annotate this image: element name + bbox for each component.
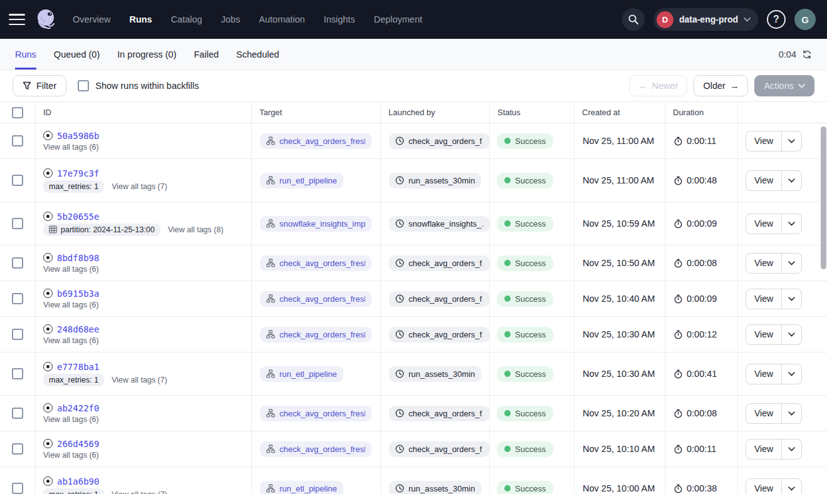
target-pill[interactable]: run_etl_pipeline (260, 173, 343, 188)
view-run-dropdown-button[interactable] (782, 478, 802, 495)
tag-pill[interactable]: partition: 2024-11-25-13:00 (43, 224, 160, 236)
row-checkbox[interactable] (12, 218, 23, 229)
nav-item-catalog[interactable]: Catalog (171, 14, 202, 24)
view-run-button[interactable]: View (746, 289, 782, 309)
launched-by-pill[interactable]: snowflake_insights_… (389, 216, 489, 232)
row-checkbox[interactable] (12, 443, 23, 455)
target-pill[interactable]: snowflake_insights_import (260, 216, 372, 232)
scrollbar-thumb[interactable] (821, 126, 826, 269)
view-run-dropdown-button[interactable] (782, 170, 802, 191)
row-checkbox[interactable] (12, 368, 23, 379)
view-run-dropdown-button[interactable] (782, 253, 802, 274)
older-button[interactable]: Older→ (694, 75, 748, 96)
tab-queued-0[interactable]: Queued (0) (54, 39, 100, 69)
row-checkbox[interactable] (12, 257, 23, 269)
target-pill[interactable]: check_avg_orders_freshne (260, 406, 372, 421)
tab-failed[interactable]: Failed (194, 39, 219, 69)
view-run-button[interactable]: View (746, 324, 782, 345)
row-checkbox[interactable] (12, 329, 23, 340)
nav-item-overview[interactable]: Overview (73, 14, 110, 24)
tab-runs[interactable]: Runs (15, 39, 36, 69)
run-id-link[interactable]: 50a5986b (57, 131, 99, 141)
run-id-link[interactable]: b6915b3a (57, 289, 99, 299)
view-run-button[interactable]: View (746, 131, 782, 152)
launched-by-pill[interactable]: check_avg_orders_f… (389, 327, 489, 342)
view-run-button[interactable]: View (746, 478, 782, 495)
actions-button[interactable]: Actions (754, 75, 814, 96)
launched-by-pill[interactable]: check_avg_orders_f… (389, 291, 489, 307)
run-id-link[interactable]: 17e79c3f (57, 168, 99, 178)
run-id-link[interactable]: e7778ba1 (57, 362, 99, 372)
help-button[interactable]: ? (767, 10, 786, 29)
nav-item-deployment[interactable]: Deployment (374, 14, 422, 24)
view-run-button[interactable]: View (746, 439, 782, 460)
launched-by-pill[interactable]: run_assets_30min (389, 173, 481, 188)
tag-pill[interactable]: max_retries: 1 (43, 374, 104, 386)
target-pill[interactable]: check_avg_orders_freshne (260, 441, 372, 457)
view-run-dropdown-button[interactable] (782, 403, 802, 424)
view-run-dropdown-button[interactable] (782, 289, 802, 309)
run-id-link[interactable]: ab2422f0 (57, 403, 99, 413)
view-all-tags-link[interactable]: View all tags (6) (43, 451, 99, 460)
view-run-button[interactable]: View (746, 403, 782, 424)
view-all-tags-link[interactable]: View all tags (6) (43, 265, 99, 274)
row-checkbox[interactable] (12, 135, 23, 147)
view-run-dropdown-button[interactable] (782, 439, 802, 460)
launched-by-pill[interactable]: run_assets_30min (389, 481, 481, 495)
dagster-logo-icon[interactable] (34, 7, 59, 32)
view-run-button[interactable]: View (746, 364, 782, 384)
view-run-button[interactable]: View (746, 253, 782, 274)
nav-item-runs[interactable]: Runs (129, 14, 152, 24)
run-id-link[interactable]: 8bdf8b98 (57, 253, 99, 263)
target-pill[interactable]: run_etl_pipeline (260, 481, 343, 495)
launched-by-pill[interactable]: run_assets_30min (389, 366, 481, 382)
filter-button[interactable]: Filter (13, 75, 66, 96)
view-all-tags-link[interactable]: View all tags (6) (43, 301, 99, 309)
nav-item-jobs[interactable]: Jobs (221, 14, 241, 24)
refresh-icon[interactable] (802, 49, 812, 59)
search-button[interactable] (622, 8, 645, 31)
view-run-dropdown-button[interactable] (782, 131, 802, 152)
view-all-tags-link[interactable]: View all tags (7) (112, 182, 167, 191)
tag-pill[interactable]: max_retries: 1 (43, 488, 104, 495)
launched-by-pill[interactable]: check_avg_orders_f… (389, 255, 489, 271)
target-pill[interactable]: check_avg_orders_freshne (260, 327, 372, 342)
row-checkbox[interactable] (12, 175, 23, 186)
view-run-dropdown-button[interactable] (782, 324, 802, 345)
select-all-checkbox[interactable] (12, 107, 23, 118)
nav-item-insights[interactable]: Insights (324, 14, 355, 24)
run-id-link[interactable]: 266d4569 (57, 439, 99, 449)
row-checkbox[interactable] (12, 293, 23, 304)
launched-by-pill[interactable]: check_avg_orders_f… (389, 441, 489, 457)
row-checkbox[interactable] (12, 408, 23, 419)
deployment-switcher[interactable]: D data-eng-prod (653, 8, 758, 31)
run-id-link[interactable]: 248d68ee (57, 324, 99, 334)
view-all-tags-link[interactable]: View all tags (8) (168, 225, 224, 234)
user-avatar[interactable]: G (794, 9, 816, 30)
target-pill[interactable]: check_avg_orders_freshne (260, 291, 372, 307)
launched-by-pill[interactable]: check_avg_orders_f… (389, 406, 489, 421)
run-id-link[interactable]: 5b20655e (57, 212, 99, 222)
view-run-dropdown-button[interactable] (782, 213, 802, 234)
row-checkbox[interactable] (12, 483, 23, 494)
view-all-tags-link[interactable]: View all tags (7) (112, 376, 167, 384)
run-id-link[interactable]: ab1a6b90 (57, 476, 99, 486)
launched-by-pill[interactable]: check_avg_orders_f… (389, 133, 489, 149)
scrollbar[interactable] (821, 126, 826, 491)
tab-in-progress-0[interactable]: In progress (0) (117, 39, 176, 69)
view-all-tags-link[interactable]: View all tags (6) (43, 336, 99, 345)
newer-button[interactable]: ←Newer (629, 75, 687, 96)
view-run-button[interactable]: View (746, 170, 782, 191)
tag-pill[interactable]: max_retries: 1 (43, 180, 104, 193)
view-run-dropdown-button[interactable] (782, 364, 802, 384)
target-pill[interactable]: check_avg_orders_freshne (260, 255, 372, 271)
nav-item-automation[interactable]: Automation (259, 14, 304, 24)
target-pill[interactable]: check_avg_orders_freshne (260, 133, 372, 149)
view-all-tags-link[interactable]: View all tags (7) (112, 490, 167, 495)
tab-scheduled[interactable]: Scheduled (236, 39, 279, 69)
hamburger-menu-icon[interactable] (9, 14, 25, 25)
target-pill[interactable]: run_etl_pipeline (260, 366, 343, 382)
view-all-tags-link[interactable]: View all tags (6) (43, 415, 99, 424)
view-run-button[interactable]: View (746, 213, 782, 234)
view-all-tags-link[interactable]: View all tags (6) (43, 143, 99, 152)
